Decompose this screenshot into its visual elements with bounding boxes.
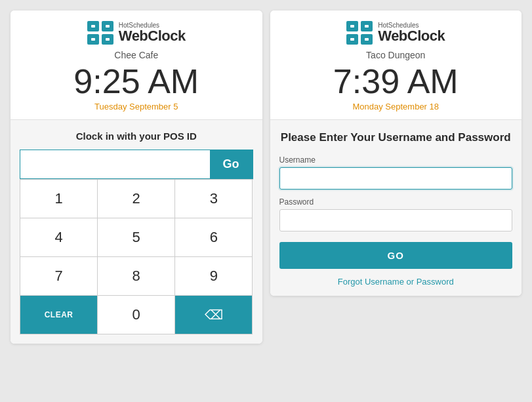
pos-clock-time: 9:25 AM [18,63,255,100]
svg-rect-13 [365,25,369,28]
password-input[interactable] [279,209,513,231]
login-panel: HotSchedules WebClock Taco Dungeon 7:39 … [270,10,522,296]
keypad-input[interactable] [20,150,210,178]
svg-rect-12 [350,25,354,28]
pos-location: Chee Cafe [18,50,255,60]
pos-logo-big: WebClock [119,29,186,43]
key-3[interactable]: 3 [175,180,253,218]
key-clear-button[interactable]: CLEAR [20,296,98,334]
svg-rect-5 [106,25,110,28]
svg-rect-6 [91,38,95,41]
forgot-password-link[interactable]: Forgot Username or Password [279,277,513,287]
key-9[interactable]: 9 [175,257,253,296]
pos-panel-body: Clock in with your POS ID Go 1 2 3 4 5 6… [10,120,262,344]
key-5[interactable]: 5 [98,218,175,257]
login-clock-time: 7:39 AM [278,63,514,100]
login-webclock-logo-icon [346,21,373,45]
keypad-go-button[interactable]: Go [210,150,253,178]
key-2[interactable]: 2 [98,180,175,218]
login-title: Please Enter Your Username and Password [279,131,513,145]
keypad-title: Clock in with your POS ID [20,131,253,142]
backspace-icon: ⌫ [205,307,223,323]
key-4[interactable]: 4 [20,218,98,257]
svg-rect-7 [106,38,110,41]
svg-rect-14 [350,38,354,41]
pos-clock-date: Tuesday September 5 [18,102,255,111]
pos-logo-area: HotSchedules WebClock [18,21,255,45]
login-clock-date: Monday September 18 [278,102,514,111]
svg-rect-4 [91,25,95,28]
key-backspace-button[interactable]: ⌫ [175,296,253,334]
username-group: Username [279,155,513,190]
svg-rect-15 [365,38,369,41]
login-logo-area: HotSchedules WebClock [278,21,514,45]
login-logo-text: HotSchedules WebClock [378,22,445,43]
username-label: Username [279,155,513,165]
keypad-display: Go [20,150,253,179]
password-group: Password [279,197,513,231]
pos-panel-header: HotSchedules WebClock Chee Cafe 9:25 AM … [10,10,262,120]
login-location: Taco Dungeon [278,50,514,60]
key-7[interactable]: 7 [20,257,98,296]
keypad-grid: 1 2 3 4 5 6 7 8 9 CLEAR 0 ⌫ [20,179,253,334]
pos-logo-text: HotSchedules WebClock [119,22,186,43]
pos-panel: HotSchedules WebClock Chee Cafe 9:25 AM … [10,10,262,344]
login-go-button[interactable]: GO [279,242,513,269]
key-6[interactable]: 6 [175,218,253,257]
login-panel-body: Please Enter Your Username and Password … [270,120,522,296]
key-8[interactable]: 8 [98,257,175,296]
login-logo-big: WebClock [378,29,445,43]
key-1[interactable]: 1 [20,180,98,218]
webclock-logo-icon [87,21,113,45]
username-input[interactable] [279,167,513,190]
password-label: Password [279,197,513,207]
key-0[interactable]: 0 [98,296,175,334]
login-panel-header: HotSchedules WebClock Taco Dungeon 7:39 … [270,10,522,120]
